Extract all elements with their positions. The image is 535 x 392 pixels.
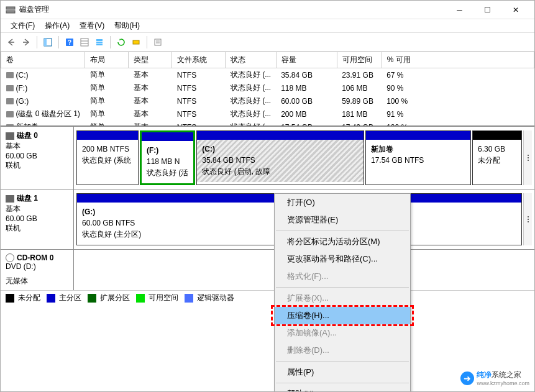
legend-swatch-unalloc (6, 294, 14, 303)
col-fs[interactable]: 文件系统 (172, 52, 226, 68)
svg-rect-14 (133, 40, 139, 44)
context-menu: 打开(O) 资源管理器(E) 将分区标记为活动分区(M) 更改驱动器号和路径(C… (274, 193, 411, 392)
ctx-change-drive[interactable]: 更改驱动器号和路径(C)... (275, 250, 410, 268)
partition-status: 状态良好 (启动, 故障 (202, 166, 359, 177)
ctx-help[interactable]: 帮助(H) (275, 385, 410, 392)
show-tree-icon[interactable] (41, 35, 55, 49)
partition-label: (F:) (147, 146, 158, 155)
close-button[interactable]: ✕ (501, 1, 529, 19)
disk-0-label[interactable]: 磁盘 0 基本 60.00 GB 联机 (1, 127, 74, 189)
disk-0-type: 基本 (6, 141, 68, 152)
col-status[interactable]: 状态 (226, 52, 276, 68)
col-capacity[interactable]: 容量 (276, 52, 337, 68)
partition-size: 17.54 GB NTFS (371, 155, 465, 166)
svg-rect-15 (155, 39, 161, 45)
window-title: 磁盘管理 (19, 4, 446, 15)
menubar: 文件(F) 操作(A) 查看(V) 帮助(H) (1, 19, 534, 33)
scroll-indicator[interactable] (523, 130, 532, 185)
maximize-button[interactable]: ☐ (473, 1, 501, 19)
properties-icon[interactable] (151, 35, 165, 49)
help-icon[interactable]: ? (63, 35, 76, 49)
scroll-indicator[interactable] (523, 193, 532, 245)
partition-status: 状态良好 (活 (147, 167, 188, 178)
partition-system[interactable]: 200 MB NTFS 状态良好 (系统 (76, 130, 139, 185)
partition-size: 35.84 GB NTFS (202, 155, 359, 166)
volume-icon (6, 72, 14, 78)
back-icon[interactable] (4, 35, 18, 49)
legend: 未分配 主分区 扩展分区 可用空间 逻辑驱动器 (1, 290, 534, 305)
ctx-extend[interactable]: 扩展卷(X)... (275, 289, 410, 307)
menu-file[interactable]: 文件(F) (6, 19, 40, 32)
disk-icon (6, 132, 14, 140)
volume-icon (6, 85, 14, 91)
cdrom-status: 无媒体 (6, 276, 68, 286)
detail-icon[interactable] (78, 35, 91, 49)
table-row[interactable]: (G:)简单基本NTFS状态良好 (...60.00 GB59.89 GB100… (1, 94, 534, 107)
watermark-rest: 系统之家 (492, 370, 521, 379)
app-icon (6, 5, 16, 15)
refresh-icon[interactable] (114, 35, 128, 49)
col-volume[interactable]: 卷 (1, 52, 85, 68)
volume-list[interactable]: 卷 布局 类型 文件系统 状态 容量 可用空间 % 可用 (C:)简单基本NTF… (1, 52, 534, 126)
partition-status: 状态良好 (系统 (82, 155, 133, 166)
menu-help[interactable]: 帮助(H) (109, 19, 145, 32)
volume-icon (6, 111, 14, 117)
cdrom-type: DVD (D:) (6, 262, 68, 271)
col-type[interactable]: 类型 (129, 52, 172, 68)
disk-graphic-area: 磁盘 0 基本 60.00 GB 联机 200 MB NTFS 状态良好 (系统… (1, 126, 534, 290)
ctx-add-mirror[interactable]: 添加镜像(A)... (275, 324, 410, 342)
disk-0-partitions: 200 MB NTFS 状态良好 (系统 (F:) 118 MB N 状态良好 … (74, 127, 534, 189)
disk-0-name: 磁盘 0 (17, 130, 38, 141)
partition-newvol[interactable]: 新加卷 17.54 GB NTFS (365, 130, 471, 185)
table-row[interactable]: (F:)简单基本NTFS状态良好 (...118 MB106 MB90 % (1, 81, 534, 94)
cdrom-name: CD-ROM 0 (17, 253, 53, 262)
ctx-properties[interactable]: 属性(P) (275, 363, 410, 381)
titlebar: 磁盘管理 ─ ☐ ✕ (1, 1, 534, 19)
disk-1-type: 基本 (6, 204, 68, 214)
legend-unalloc: 未分配 (18, 293, 40, 303)
table-row[interactable]: (C:)简单基本NTFS状态良好 (...35.84 GB23.91 GB67 … (1, 68, 534, 82)
forward-icon[interactable] (19, 35, 33, 49)
disk-0-status: 联机 (6, 160, 68, 171)
partition-label: (G:) (82, 207, 95, 216)
menu-view[interactable]: 查看(V) (75, 19, 109, 32)
menu-action[interactable]: 操作(A) (40, 19, 75, 32)
legend-swatch-ext (88, 294, 96, 303)
legend-free: 可用空间 (149, 293, 178, 303)
cdrom-label[interactable]: CD-ROM 0 DVD (D:) 无媒体 (1, 250, 74, 290)
partition-label: (C:) (202, 145, 215, 153)
ctx-format[interactable]: 格式化(F)... (275, 268, 410, 285)
legend-ext: 扩展分区 (100, 293, 130, 303)
disk-icon (6, 195, 14, 203)
svg-rect-8 (81, 39, 88, 46)
disk-1-label[interactable]: 磁盘 1 基本 60.00 GB 联机 (1, 189, 74, 249)
col-layout[interactable]: 布局 (85, 52, 129, 68)
col-pctfree[interactable]: % 可用 (382, 52, 534, 68)
disk-0-row: 磁盘 0 基本 60.00 GB 联机 200 MB NTFS 状态良好 (系统… (1, 127, 534, 189)
svg-rect-13 (96, 44, 103, 45)
partition-f[interactable]: (F:) 118 MB N 状态良好 (活 (140, 130, 195, 185)
partition-status: 未分配 (478, 155, 516, 166)
minimize-button[interactable]: ─ (446, 1, 473, 19)
col-free[interactable]: 可用空间 (337, 52, 382, 68)
list-icon[interactable] (93, 35, 106, 49)
legend-logical: 逻辑驱动器 (197, 293, 234, 303)
svg-rect-0 (6, 7, 15, 9)
volume-table: 卷 布局 类型 文件系统 状态 容量 可用空间 % 可用 (C:)简单基本NTF… (1, 52, 534, 126)
partition-unallocated[interactable]: 6.30 GB 未分配 (472, 130, 522, 185)
rescan-icon[interactable] (129, 35, 143, 49)
ctx-delete[interactable]: 删除卷(D)... (275, 342, 410, 359)
ctx-explorer[interactable]: 资源管理器(E) (275, 211, 410, 229)
toolbar: ? (1, 33, 534, 52)
partition-c[interactable]: (C:) 35.84 GB NTFS 状态良好 (启动, 故障 (196, 130, 364, 185)
svg-rect-1 (6, 11, 15, 13)
watermark-url: www.kzmyhome.com (477, 380, 529, 386)
ctx-open[interactable]: 打开(O) (275, 194, 410, 211)
disk-0-size: 60.00 GB (6, 152, 68, 160)
table-row[interactable]: (磁盘 0 磁盘分区 1)简单基本NTFS状态良好 (...200 MB181 … (1, 107, 534, 121)
ctx-mark-active[interactable]: 将分区标记为活动分区(M) (275, 233, 410, 250)
disk-1-name: 磁盘 1 (17, 193, 38, 204)
partition-size: 200 MB NTFS (82, 144, 133, 155)
ctx-shrink[interactable]: 压缩卷(H)... (275, 307, 410, 324)
table-row[interactable]: 新加卷简单基本NTFS状态良好 (...17.54 GB17.49 GB100 … (1, 121, 534, 126)
